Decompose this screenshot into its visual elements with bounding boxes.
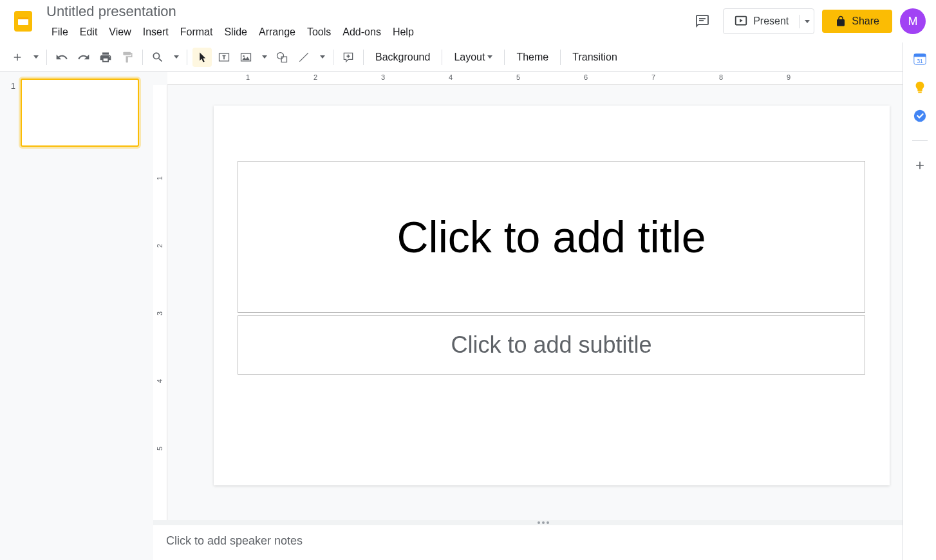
document-title[interactable]: Untitled presentation	[46, 2, 689, 23]
line-icon	[297, 51, 310, 64]
present-icon	[734, 14, 748, 28]
menu-slide[interactable]: Slide	[219, 24, 252, 41]
toolbar: Background Layout Theme Transition	[0, 42, 936, 72]
keep-addon[interactable]	[912, 80, 928, 95]
theme-button[interactable]: Theme	[510, 48, 555, 67]
undo-button[interactable]	[52, 48, 71, 67]
plus-icon	[12, 51, 23, 63]
menu-help[interactable]: Help	[388, 24, 419, 41]
horizontal-ruler[interactable]: 1 2 3 4 5 6 7 8 9	[167, 72, 936, 85]
comment-button[interactable]	[339, 48, 358, 67]
slides-logo[interactable]	[10, 8, 36, 34]
zoom-button[interactable]	[148, 48, 167, 67]
separator	[560, 50, 561, 65]
slide-viewport[interactable]: Click to add title Click to add subtitle	[167, 85, 936, 520]
get-addons[interactable]	[912, 158, 928, 173]
separator	[46, 50, 47, 65]
chevron-down-icon	[487, 55, 492, 59]
chevron-down-icon	[33, 55, 39, 59]
tasks-icon	[913, 109, 927, 123]
calendar-icon: 31	[913, 52, 927, 66]
svg-rect-8	[281, 57, 286, 62]
plus-icon	[913, 159, 926, 172]
layout-label: Layout	[454, 51, 485, 63]
menu-view[interactable]: View	[104, 24, 136, 41]
shape-icon	[276, 51, 288, 64]
title-area: Untitled presentation File Edit View Ins…	[46, 2, 689, 41]
background-button[interactable]: Background	[369, 48, 436, 67]
redo-button[interactable]	[74, 48, 93, 67]
image-button[interactable]	[236, 48, 256, 67]
slide-thumbnail[interactable]	[21, 79, 139, 147]
present-group: Present	[723, 8, 814, 34]
menu-file[interactable]: File	[46, 24, 73, 41]
cursor-icon	[196, 51, 208, 63]
svg-point-14	[913, 110, 925, 122]
share-label: Share	[852, 15, 879, 27]
shape-button[interactable]	[272, 48, 292, 67]
separator	[442, 50, 442, 65]
lock-icon	[835, 15, 847, 27]
canvas-area: 1 2 3 4 5 6 7 8 9 1 2 3 4 5	[153, 72, 936, 560]
svg-rect-13	[918, 91, 922, 93]
redo-icon	[77, 51, 90, 64]
svg-point-7	[277, 52, 284, 59]
transition-button[interactable]: Transition	[566, 48, 624, 67]
menubar: File Edit View Insert Format Slide Arran…	[46, 24, 689, 41]
paint-format-button[interactable]	[118, 48, 137, 67]
account-avatar[interactable]: M	[900, 8, 926, 34]
present-button[interactable]: Present	[724, 9, 799, 33]
text-box-button[interactable]	[214, 48, 234, 67]
calendar-addon[interactable]: 31	[912, 51, 928, 67]
svg-rect-2	[18, 17, 28, 19]
title-text-box[interactable]: Click to add title	[238, 161, 865, 313]
zoom-icon	[151, 51, 164, 64]
filmstrip: 1	[0, 72, 153, 560]
menu-insert[interactable]: Insert	[138, 24, 174, 41]
svg-line-9	[299, 53, 308, 61]
vertical-ruler[interactable]: 1 2 3 4 5	[153, 85, 167, 520]
tasks-addon[interactable]	[912, 108, 928, 124]
line-button[interactable]	[294, 48, 314, 67]
svg-text:31: 31	[917, 59, 923, 64]
comments-button[interactable]	[689, 8, 715, 34]
menu-edit[interactable]: Edit	[75, 24, 103, 41]
side-panel: 31	[903, 42, 936, 560]
select-tool-button[interactable]	[192, 48, 212, 67]
print-icon	[99, 51, 112, 64]
speaker-notes[interactable]: Click to add speaker notes	[153, 525, 936, 560]
subtitle-text-box[interactable]: Click to add subtitle	[238, 315, 865, 375]
separator	[504, 50, 505, 65]
menu-arrange[interactable]: Arrange	[254, 24, 301, 41]
chevron-down-icon	[262, 55, 267, 59]
share-button[interactable]: Share	[822, 10, 892, 33]
separator	[187, 50, 187, 65]
separator	[363, 50, 364, 65]
canvas-body: 1 2 3 4 5 Click to add title Click to ad…	[153, 85, 936, 520]
new-slide-dropdown[interactable]	[30, 48, 41, 67]
zoom-dropdown[interactable]	[170, 48, 182, 67]
print-button[interactable]	[96, 48, 115, 67]
separator	[912, 140, 928, 141]
chevron-down-icon	[320, 55, 325, 59]
keep-icon	[913, 80, 927, 95]
image-dropdown[interactable]	[258, 48, 270, 67]
new-slide-button[interactable]	[8, 48, 27, 67]
line-dropdown[interactable]	[316, 48, 328, 67]
menu-tools[interactable]: Tools	[302, 24, 336, 41]
add-comment-icon	[342, 51, 355, 64]
subtitle-placeholder: Click to add subtitle	[451, 331, 651, 359]
menu-format[interactable]: Format	[175, 24, 218, 41]
menu-addons[interactable]: Add-ons	[337, 24, 386, 41]
header-actions: Present Share M	[689, 8, 926, 34]
slide-canvas[interactable]: Click to add title Click to add subtitle	[214, 106, 890, 485]
undo-icon	[55, 51, 68, 64]
layout-button[interactable]: Layout	[447, 48, 499, 67]
notes-splitter[interactable]	[153, 520, 936, 525]
present-dropdown[interactable]	[799, 15, 814, 28]
slide-thumbnail-row: 1	[6, 79, 147, 147]
grip-icon	[538, 521, 552, 524]
separator	[333, 50, 333, 65]
slide-number: 1	[6, 79, 15, 91]
text-box-icon	[218, 51, 230, 64]
